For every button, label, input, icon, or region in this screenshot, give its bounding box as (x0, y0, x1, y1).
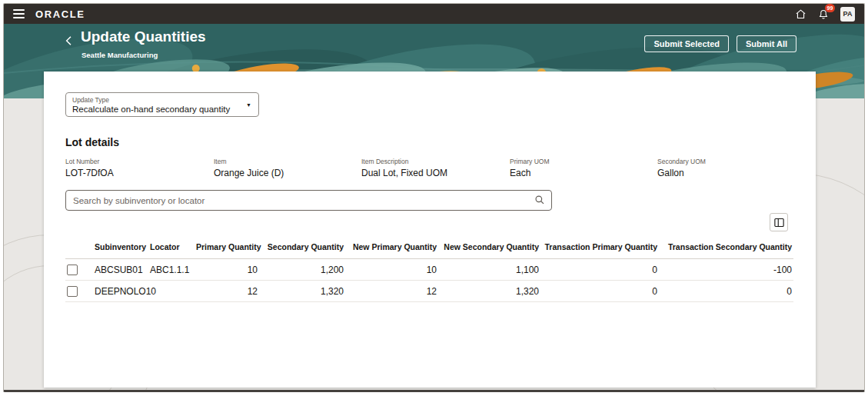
content-card: Update Type Recalculate on-hand secondar… (44, 72, 816, 388)
home-button[interactable] (795, 8, 806, 20)
new-secondary-quantity-cell: 1,320 (438, 281, 540, 302)
new-secondary-quantity-cell: 1,100 (438, 259, 540, 281)
search-box (65, 190, 552, 211)
field-secondary-uom: Secondary UOM Gallon (657, 158, 706, 178)
transaction-primary-quantity-cell: 0 (540, 281, 659, 302)
submit-all-button[interactable]: Submit All (737, 35, 796, 52)
submit-selected-button[interactable]: Submit Selected (644, 35, 729, 52)
table-columns-icon (773, 217, 785, 228)
update-type-label: Update Type (72, 96, 240, 104)
app-window: ORACLE 99 PA (3, 3, 865, 392)
home-icon (795, 8, 806, 20)
col-header-locator: Locator (147, 238, 195, 259)
secondary-quantity-cell: 1,200 (259, 259, 345, 281)
col-header-new-secondary-quantity: New Secondary Quantity (438, 238, 540, 259)
chevron-down-icon: ▼ (246, 102, 251, 108)
new-primary-quantity-cell: 10 (345, 259, 438, 281)
checkbox-cell (65, 281, 91, 302)
chevron-left-icon (63, 35, 75, 47)
update-type-value: Recalculate on-hand secondary quantity (72, 105, 240, 114)
menu-icon[interactable] (13, 9, 25, 18)
row-checkbox[interactable] (67, 286, 78, 297)
oracle-logo: ORACLE (35, 8, 85, 20)
field-lot-number: Lot Number LOT-7DfOA (65, 158, 114, 178)
table-row: DEEPNOLO10 12 1,320 12 1,320 0 0 (65, 281, 793, 302)
page-title: Update Quantities (81, 28, 206, 45)
quantities-table: Subinventory Locator Primary Quantity Se… (65, 238, 793, 302)
update-type-select[interactable]: Update Type Recalculate on-hand secondar… (65, 92, 259, 117)
primary-quantity-cell: 10 (195, 259, 259, 281)
avatar[interactable]: PA (840, 7, 855, 22)
back-button[interactable] (61, 33, 78, 50)
manage-columns-button[interactable] (770, 213, 788, 231)
checkbox-cell (65, 259, 91, 281)
col-header-primary-quantity: Primary Quantity (195, 238, 259, 259)
col-header-subinventory: Subinventory (91, 238, 147, 259)
field-item: Item Orange Juice (D) (214, 158, 284, 178)
row-checkbox[interactable] (67, 265, 78, 275)
section-title: Lot details (65, 136, 119, 148)
page-subtitle: Seattle Manufacturing (81, 51, 158, 59)
col-header-transaction-primary-quantity: Transaction Primary Quantity (540, 238, 659, 259)
notification-badge: 99 (825, 4, 835, 12)
subinventory-cell: DEEPNOLO10 (91, 281, 147, 302)
col-header-secondary-quantity: Secondary Quantity (259, 238, 345, 259)
primary-quantity-cell: 12 (195, 281, 259, 302)
notifications-button[interactable]: 99 (818, 8, 829, 20)
global-header: ORACLE 99 PA (4, 4, 864, 24)
secondary-quantity-cell: 1,320 (259, 281, 345, 302)
table-header-row: Subinventory Locator Primary Quantity Se… (65, 238, 793, 259)
field-primary-uom: Primary UOM Each (510, 158, 549, 178)
table-row: ABCSUB01 ABC1.1.1 10 1,200 10 1,100 0 -1… (65, 259, 793, 281)
transaction-secondary-quantity-cell: -100 (659, 259, 793, 281)
transaction-primary-quantity-cell: 0 (540, 259, 659, 281)
col-header-new-primary-quantity: New Primary Quantity (345, 238, 438, 259)
locator-cell: ABC1.1.1 (147, 259, 195, 281)
checkbox-column-header (65, 238, 91, 259)
col-header-transaction-secondary-quantity: Transaction Secondary Quantity (659, 238, 793, 259)
subinventory-cell: ABCSUB01 (91, 259, 147, 281)
search-input[interactable] (65, 190, 552, 211)
field-item-description: Item Description Dual Lot, Fixed UOM (361, 158, 447, 178)
new-primary-quantity-cell: 12 (345, 281, 438, 302)
search-icon (534, 195, 545, 205)
transaction-secondary-quantity-cell: 0 (659, 281, 793, 302)
